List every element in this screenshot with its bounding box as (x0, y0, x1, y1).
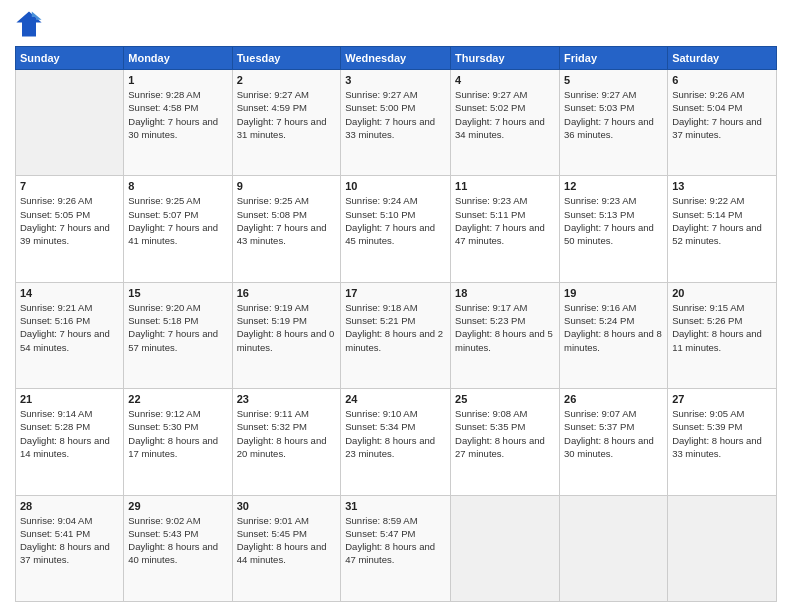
day-number: 10 (345, 180, 446, 192)
day-info: Sunrise: 9:27 AMSunset: 4:59 PMDaylight:… (237, 88, 337, 141)
week-row-2: 7Sunrise: 9:26 AMSunset: 5:05 PMDaylight… (16, 176, 777, 282)
calendar-cell: 7Sunrise: 9:26 AMSunset: 5:05 PMDaylight… (16, 176, 124, 282)
day-number: 12 (564, 180, 663, 192)
day-info: Sunrise: 9:05 AMSunset: 5:39 PMDaylight:… (672, 407, 772, 460)
day-info: Sunrise: 8:59 AMSunset: 5:47 PMDaylight:… (345, 514, 446, 567)
calendar-cell: 6Sunrise: 9:26 AMSunset: 5:04 PMDaylight… (668, 70, 777, 176)
weekday-header-wednesday: Wednesday (341, 47, 451, 70)
day-info: Sunrise: 9:12 AMSunset: 5:30 PMDaylight:… (128, 407, 227, 460)
day-info: Sunrise: 9:21 AMSunset: 5:16 PMDaylight:… (20, 301, 119, 354)
day-number: 2 (237, 74, 337, 86)
calendar-cell: 22Sunrise: 9:12 AMSunset: 5:30 PMDayligh… (124, 389, 232, 495)
weekday-header-tuesday: Tuesday (232, 47, 341, 70)
logo-icon (15, 10, 43, 38)
day-number: 22 (128, 393, 227, 405)
calendar-cell: 23Sunrise: 9:11 AMSunset: 5:32 PMDayligh… (232, 389, 341, 495)
day-number: 18 (455, 287, 555, 299)
day-info: Sunrise: 9:24 AMSunset: 5:10 PMDaylight:… (345, 194, 446, 247)
day-info: Sunrise: 9:07 AMSunset: 5:37 PMDaylight:… (564, 407, 663, 460)
calendar-cell: 8Sunrise: 9:25 AMSunset: 5:07 PMDaylight… (124, 176, 232, 282)
day-info: Sunrise: 9:08 AMSunset: 5:35 PMDaylight:… (455, 407, 555, 460)
day-info: Sunrise: 9:25 AMSunset: 5:08 PMDaylight:… (237, 194, 337, 247)
week-row-3: 14Sunrise: 9:21 AMSunset: 5:16 PMDayligh… (16, 282, 777, 388)
weekday-header-sunday: Sunday (16, 47, 124, 70)
calendar-cell: 31Sunrise: 8:59 AMSunset: 5:47 PMDayligh… (341, 495, 451, 601)
day-number: 24 (345, 393, 446, 405)
day-info: Sunrise: 9:01 AMSunset: 5:45 PMDaylight:… (237, 514, 337, 567)
day-number: 4 (455, 74, 555, 86)
day-number: 21 (20, 393, 119, 405)
day-number: 15 (128, 287, 227, 299)
calendar-body: 1Sunrise: 9:28 AMSunset: 4:58 PMDaylight… (16, 70, 777, 602)
calendar-cell: 2Sunrise: 9:27 AMSunset: 4:59 PMDaylight… (232, 70, 341, 176)
calendar-cell: 11Sunrise: 9:23 AMSunset: 5:11 PMDayligh… (451, 176, 560, 282)
day-number: 14 (20, 287, 119, 299)
day-number: 9 (237, 180, 337, 192)
calendar-cell: 3Sunrise: 9:27 AMSunset: 5:00 PMDaylight… (341, 70, 451, 176)
day-number: 3 (345, 74, 446, 86)
day-number: 26 (564, 393, 663, 405)
calendar-cell: 10Sunrise: 9:24 AMSunset: 5:10 PMDayligh… (341, 176, 451, 282)
day-info: Sunrise: 9:22 AMSunset: 5:14 PMDaylight:… (672, 194, 772, 247)
day-info: Sunrise: 9:26 AMSunset: 5:05 PMDaylight:… (20, 194, 119, 247)
calendar-cell: 28Sunrise: 9:04 AMSunset: 5:41 PMDayligh… (16, 495, 124, 601)
day-number: 30 (237, 500, 337, 512)
day-number: 28 (20, 500, 119, 512)
svg-marker-0 (16, 11, 41, 36)
day-info: Sunrise: 9:19 AMSunset: 5:19 PMDaylight:… (237, 301, 337, 354)
day-number: 25 (455, 393, 555, 405)
calendar-cell: 26Sunrise: 9:07 AMSunset: 5:37 PMDayligh… (560, 389, 668, 495)
day-info: Sunrise: 9:23 AMSunset: 5:13 PMDaylight:… (564, 194, 663, 247)
day-number: 8 (128, 180, 227, 192)
calendar-cell (16, 70, 124, 176)
calendar-cell: 21Sunrise: 9:14 AMSunset: 5:28 PMDayligh… (16, 389, 124, 495)
calendar-cell: 25Sunrise: 9:08 AMSunset: 5:35 PMDayligh… (451, 389, 560, 495)
weekday-header-monday: Monday (124, 47, 232, 70)
day-number: 17 (345, 287, 446, 299)
day-info: Sunrise: 9:27 AMSunset: 5:03 PMDaylight:… (564, 88, 663, 141)
day-number: 11 (455, 180, 555, 192)
weekday-header-friday: Friday (560, 47, 668, 70)
day-number: 5 (564, 74, 663, 86)
day-info: Sunrise: 9:17 AMSunset: 5:23 PMDaylight:… (455, 301, 555, 354)
day-info: Sunrise: 9:04 AMSunset: 5:41 PMDaylight:… (20, 514, 119, 567)
calendar-cell: 17Sunrise: 9:18 AMSunset: 5:21 PMDayligh… (341, 282, 451, 388)
calendar-cell: 20Sunrise: 9:15 AMSunset: 5:26 PMDayligh… (668, 282, 777, 388)
weekday-row: SundayMondayTuesdayWednesdayThursdayFrid… (16, 47, 777, 70)
day-number: 20 (672, 287, 772, 299)
day-number: 19 (564, 287, 663, 299)
day-number: 27 (672, 393, 772, 405)
calendar-cell: 29Sunrise: 9:02 AMSunset: 5:43 PMDayligh… (124, 495, 232, 601)
day-info: Sunrise: 9:18 AMSunset: 5:21 PMDaylight:… (345, 301, 446, 354)
day-info: Sunrise: 9:15 AMSunset: 5:26 PMDaylight:… (672, 301, 772, 354)
calendar-cell: 18Sunrise: 9:17 AMSunset: 5:23 PMDayligh… (451, 282, 560, 388)
calendar-cell: 14Sunrise: 9:21 AMSunset: 5:16 PMDayligh… (16, 282, 124, 388)
day-info: Sunrise: 9:27 AMSunset: 5:02 PMDaylight:… (455, 88, 555, 141)
day-number: 31 (345, 500, 446, 512)
week-row-1: 1Sunrise: 9:28 AMSunset: 4:58 PMDaylight… (16, 70, 777, 176)
day-number: 16 (237, 287, 337, 299)
day-info: Sunrise: 9:23 AMSunset: 5:11 PMDaylight:… (455, 194, 555, 247)
day-info: Sunrise: 9:26 AMSunset: 5:04 PMDaylight:… (672, 88, 772, 141)
calendar-cell: 30Sunrise: 9:01 AMSunset: 5:45 PMDayligh… (232, 495, 341, 601)
weekday-header-thursday: Thursday (451, 47, 560, 70)
week-row-4: 21Sunrise: 9:14 AMSunset: 5:28 PMDayligh… (16, 389, 777, 495)
day-info: Sunrise: 9:25 AMSunset: 5:07 PMDaylight:… (128, 194, 227, 247)
calendar-cell: 13Sunrise: 9:22 AMSunset: 5:14 PMDayligh… (668, 176, 777, 282)
day-number: 1 (128, 74, 227, 86)
day-info: Sunrise: 9:02 AMSunset: 5:43 PMDaylight:… (128, 514, 227, 567)
calendar-cell: 15Sunrise: 9:20 AMSunset: 5:18 PMDayligh… (124, 282, 232, 388)
day-info: Sunrise: 9:11 AMSunset: 5:32 PMDaylight:… (237, 407, 337, 460)
calendar-cell: 1Sunrise: 9:28 AMSunset: 4:58 PMDaylight… (124, 70, 232, 176)
calendar-cell: 9Sunrise: 9:25 AMSunset: 5:08 PMDaylight… (232, 176, 341, 282)
calendar-cell: 19Sunrise: 9:16 AMSunset: 5:24 PMDayligh… (560, 282, 668, 388)
calendar-cell: 5Sunrise: 9:27 AMSunset: 5:03 PMDaylight… (560, 70, 668, 176)
day-number: 7 (20, 180, 119, 192)
calendar-header: SundayMondayTuesdayWednesdayThursdayFrid… (16, 47, 777, 70)
page: SundayMondayTuesdayWednesdayThursdayFrid… (0, 0, 792, 612)
calendar-table: SundayMondayTuesdayWednesdayThursdayFrid… (15, 46, 777, 602)
calendar-cell (560, 495, 668, 601)
day-number: 29 (128, 500, 227, 512)
day-info: Sunrise: 9:28 AMSunset: 4:58 PMDaylight:… (128, 88, 227, 141)
calendar-cell (668, 495, 777, 601)
